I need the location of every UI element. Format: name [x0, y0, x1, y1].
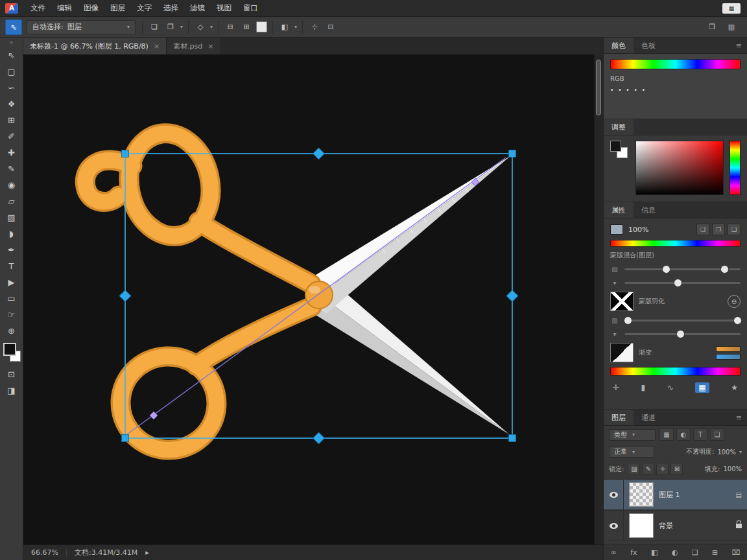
slider-knob[interactable]: [662, 265, 670, 274]
eyedropper-tool[interactable]: ✐: [0, 128, 23, 145]
list-view-icon[interactable]: ❐: [712, 224, 725, 235]
arrange-docs-icon[interactable]: ❐: [706, 21, 718, 34]
type-tool[interactable]: T: [0, 258, 23, 274]
chevron-down-icon[interactable]: ▾: [180, 24, 183, 30]
color-slider-dots[interactable]: • • • • •: [610, 87, 741, 93]
guides-icon[interactable]: ⊹: [308, 21, 321, 34]
transform-handle-bottom-left[interactable]: [122, 435, 129, 442]
marquee-tool[interactable]: ▢: [0, 64, 23, 80]
layer-row-1[interactable]: 背景: [604, 510, 747, 541]
toolbar-collapse-icon[interactable]: »: [0, 38, 23, 47]
grid-icon[interactable]: ▦: [695, 382, 709, 393]
chevron-down-icon[interactable]: ▾: [210, 24, 213, 30]
transform-handle-top-right[interactable]: [509, 150, 516, 158]
align-centers-icon[interactable]: ❐: [164, 21, 177, 34]
menu-item-6[interactable]: 滤镜: [184, 0, 211, 17]
menu-item-7[interactable]: 视图: [211, 0, 237, 17]
pixel-filter-icon[interactable]: ▦: [659, 428, 674, 441]
move-tool[interactable]: ⇖: [0, 47, 23, 64]
mask-thumbnail[interactable]: [610, 292, 634, 311]
density-slider[interactable]: [624, 264, 741, 274]
shape-filter-icon[interactable]: ❏: [710, 428, 724, 441]
layer-group-icon[interactable]: ❏: [692, 548, 698, 557]
tab-color[interactable]: 颜色: [604, 38, 634, 53]
layer-mask-icon[interactable]: ◧: [651, 548, 658, 557]
eraser-tool[interactable]: ▱: [0, 193, 23, 209]
new-layer-icon[interactable]: ⊞: [712, 548, 718, 557]
panel-view-icon[interactable]: ▥: [725, 21, 738, 34]
properties-spectrum-bar[interactable]: [610, 240, 741, 247]
slider-knob[interactable]: [720, 265, 729, 274]
curves-icon[interactable]: ∿: [667, 383, 674, 392]
quick-selection-tool[interactable]: ❖: [0, 96, 23, 112]
foreground-color-swatch[interactable]: [3, 343, 16, 356]
tab-properties[interactable]: 属性: [604, 202, 634, 218]
slider-knob[interactable]: [674, 279, 682, 287]
feather-toggle-icon[interactable]: ⊖: [728, 295, 741, 308]
snap-icon[interactable]: ⊡: [324, 21, 337, 34]
sample-color-swatch[interactable]: [610, 224, 623, 235]
canvas-vertical-scrollbar[interactable]: [594, 54, 603, 544]
zoom-tool[interactable]: ⊕: [0, 323, 23, 339]
layer-filter-dropdown[interactable]: 类型 ▾: [609, 429, 656, 441]
distribute-top-icon[interactable]: ⊟: [224, 21, 237, 34]
status-caret-icon[interactable]: ▸: [145, 548, 149, 557]
lasso-tool[interactable]: ∽: [0, 80, 23, 96]
healing-brush-tool[interactable]: ✚: [0, 145, 23, 161]
delete-layer-icon[interactable]: ⌧: [732, 548, 741, 557]
crop-tool[interactable]: ⊞: [0, 112, 23, 128]
slider-knob[interactable]: [624, 316, 632, 325]
lock-paint-icon[interactable]: ✎: [642, 463, 654, 475]
tab-close-icon[interactable]: ×: [208, 42, 213, 51]
foreground-swatch[interactable]: [610, 141, 621, 152]
hue-picker-bar[interactable]: [729, 141, 741, 195]
menu-item-8[interactable]: 窗口: [237, 0, 264, 17]
lock-move-icon[interactable]: ✛: [656, 463, 669, 475]
layer-thumbnail[interactable]: [629, 513, 654, 538]
gradient-tool[interactable]: ▨: [0, 209, 23, 226]
gradient-spectrum-bar[interactable]: [610, 367, 741, 376]
levels-icon[interactable]: ▮: [641, 383, 646, 392]
mask-icon[interactable]: ✛: [613, 383, 619, 392]
lock-transparent-icon[interactable]: ▨: [628, 463, 640, 475]
range-slider[interactable]: [624, 316, 741, 325]
transform-handle-top-left[interactable]: [122, 150, 129, 158]
canvas-area[interactable]: 66.67% 文档:3.41M/3.41M ▸: [23, 54, 603, 560]
tab-layers[interactable]: 图层: [604, 410, 634, 425]
grid-view-icon[interactable]: ❏: [696, 224, 709, 235]
fg-bg-swatch-widget[interactable]: [610, 141, 630, 160]
menu-item-0[interactable]: 文件: [25, 0, 51, 17]
opacity-value[interactable]: 100%: [717, 449, 736, 456]
transform-controls-icon[interactable]: ◇: [194, 21, 207, 34]
link-layers-icon[interactable]: ∞: [611, 548, 617, 557]
blend-mode-dropdown[interactable]: 正常 ▾: [609, 446, 654, 458]
menu-item-2[interactable]: 图像: [78, 0, 104, 17]
workspace-switcher-icon[interactable]: ▦: [722, 3, 741, 14]
gradient-chip-1[interactable]: [716, 354, 741, 360]
shape-tool[interactable]: ▭: [0, 290, 23, 307]
blur-tool[interactable]: ◗: [0, 226, 23, 242]
clone-stamp-tool[interactable]: ◉: [0, 177, 23, 193]
mid-slider[interactable]: [624, 329, 741, 338]
canvas-svg[interactable]: [23, 54, 603, 544]
slider-knob[interactable]: [676, 330, 685, 338]
align-edges-icon[interactable]: ❏: [148, 21, 161, 34]
path-select-tool[interactable]: ▶: [0, 274, 23, 290]
gradient-thumbnail[interactable]: [610, 343, 634, 362]
zoom-level[interactable]: 66.67%: [31, 548, 58, 557]
panel-menu-icon[interactable]: ≡: [731, 410, 747, 425]
menu-item-5[interactable]: 选择: [158, 0, 184, 17]
adjustment-filter-icon[interactable]: ◐: [676, 428, 691, 441]
layer-visibility-cell[interactable]: [604, 480, 624, 509]
type-filter-icon[interactable]: T: [693, 428, 707, 441]
warp-mode-icon[interactable]: ◧: [278, 21, 291, 34]
color-swatches[interactable]: [0, 342, 23, 366]
menu-view-icon[interactable]: ❑: [728, 224, 741, 235]
brush-tool[interactable]: ✎: [0, 161, 23, 177]
tab-info[interactable]: 信息: [634, 202, 663, 218]
menu-item-4[interactable]: 文字: [131, 0, 158, 17]
hand-tool[interactable]: ☞: [0, 307, 23, 323]
pen-tool[interactable]: ✒: [0, 242, 23, 258]
slider-knob[interactable]: [733, 316, 742, 325]
layer-effects-icon[interactable]: fx: [630, 548, 637, 557]
